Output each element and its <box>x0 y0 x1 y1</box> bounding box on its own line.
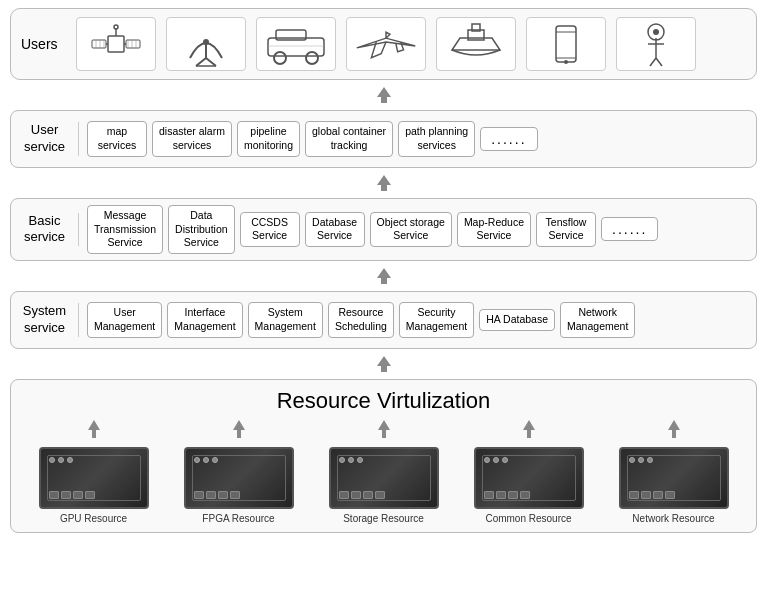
tensflow-box: TensflowService <box>536 212 596 247</box>
message-transmission-box: MessageTransmissionService <box>87 205 163 254</box>
svg-point-20 <box>274 52 286 64</box>
interface-management-box: InterfaceManagement <box>167 302 242 337</box>
network-label: Network Resource <box>632 513 714 524</box>
ha-database-box: HA Database <box>479 309 555 331</box>
phone-icon <box>526 17 606 71</box>
fpga-resource-item: FPGA Resource <box>184 420 294 524</box>
svg-marker-39 <box>88 420 100 430</box>
common-label: Common Resource <box>485 513 571 524</box>
basic-service-ellipsis: ...... <box>601 217 658 241</box>
common-box <box>474 447 584 509</box>
svg-marker-41 <box>233 420 245 430</box>
fpga-label: FPGA Resource <box>202 513 274 524</box>
svg-rect-48 <box>672 430 676 438</box>
map-reduce-box: Map-ReduceService <box>457 212 531 247</box>
storage-box <box>329 447 439 509</box>
gpu-box <box>39 447 149 509</box>
ship-icon <box>436 17 516 71</box>
network-management-box: NetworkManagement <box>560 302 635 337</box>
resource-virt-title: Resource Virtulization <box>277 388 491 414</box>
system-service-items: UserManagement InterfaceManagement Syste… <box>87 302 748 337</box>
svg-rect-0 <box>108 36 124 52</box>
user-service-items: mapservices disaster alarmservices pipel… <box>87 121 748 156</box>
svg-point-28 <box>564 60 568 64</box>
storage-label: Storage Resource <box>343 513 424 524</box>
vehicle-icon <box>256 17 336 71</box>
database-service-box: DatabaseService <box>305 212 365 247</box>
svg-rect-38 <box>381 366 387 372</box>
svg-point-17 <box>203 39 209 45</box>
basic-service-row: Basicservice MessageTransmissionService … <box>10 198 757 261</box>
security-management-box: SecurityManagement <box>399 302 474 337</box>
svg-line-14 <box>196 58 206 66</box>
storage-arrow <box>374 420 394 443</box>
users-label: Users <box>21 36 61 52</box>
user-service-ellipsis: ...... <box>480 127 537 151</box>
fpga-arrow <box>229 420 249 443</box>
system-service-label: Systemservice <box>19 303 79 337</box>
map-services-box: mapservices <box>87 121 147 156</box>
storage-resource-item: Storage Resource <box>329 420 439 524</box>
basic-service-items: MessageTransmissionService DataDistribut… <box>87 205 748 254</box>
svg-line-15 <box>206 58 216 66</box>
svg-marker-43 <box>378 420 390 430</box>
svg-rect-44 <box>382 430 386 438</box>
ccsds-box: CCSDSService <box>240 212 300 247</box>
user-service-label: Userservice <box>19 122 79 156</box>
svg-rect-34 <box>381 185 387 191</box>
diagram: Users <box>0 0 767 595</box>
svg-rect-36 <box>381 278 387 284</box>
svg-rect-46 <box>527 430 531 438</box>
fpga-box <box>184 447 294 509</box>
global-container-box: global containertracking <box>305 121 393 156</box>
svg-rect-40 <box>92 430 96 438</box>
disaster-alarm-box: disaster alarmservices <box>152 121 232 156</box>
svg-marker-47 <box>668 420 680 430</box>
path-planning-box: path planningservices <box>398 121 475 156</box>
arrow-basic-to-system <box>10 267 757 285</box>
plane-icon <box>346 17 426 71</box>
system-service-row: Systemservice UserManagement InterfaceMa… <box>10 291 757 349</box>
arrow-users-to-user-service <box>10 86 757 104</box>
svg-point-12 <box>114 25 118 29</box>
svg-rect-42 <box>237 430 241 438</box>
dish-icon <box>166 17 246 71</box>
arrow-system-to-resource <box>10 355 757 373</box>
resource-virtualization-section: Resource Virtulization <box>10 379 757 533</box>
object-storage-box: Object storageService <box>370 212 452 247</box>
svg-point-30 <box>653 29 659 35</box>
user-management-box: UserManagement <box>87 302 162 337</box>
svg-marker-35 <box>377 268 391 278</box>
resource-scheduling-box: ResourceScheduling <box>328 302 394 337</box>
gpu-arrow <box>84 420 104 443</box>
user-service-row: Userservice mapservices disaster alarmse… <box>10 110 757 168</box>
basic-service-label: Basicservice <box>19 213 79 247</box>
svg-marker-45 <box>523 420 535 430</box>
pipeline-monitoring-box: pipelinemonitoring <box>237 121 300 156</box>
svg-marker-33 <box>377 175 391 185</box>
network-resource-item: Network Resource <box>619 420 729 524</box>
system-management-box: SystemManagement <box>248 302 323 337</box>
common-resource-item: Common Resource <box>474 420 584 524</box>
common-arrow <box>519 420 539 443</box>
svg-rect-25 <box>556 26 576 62</box>
gpu-label: GPU Resource <box>60 513 127 524</box>
satellite-icon <box>76 17 156 71</box>
svg-rect-32 <box>381 97 387 103</box>
svg-point-21 <box>306 52 318 64</box>
hardware-row: GPU Resource <box>23 418 744 526</box>
data-distribution-box: DataDistributionService <box>168 205 235 254</box>
person-icon <box>616 17 696 71</box>
svg-marker-31 <box>377 87 391 97</box>
users-row: Users <box>10 8 757 80</box>
network-box <box>619 447 729 509</box>
svg-marker-37 <box>377 356 391 366</box>
arrow-user-to-basic <box>10 174 757 192</box>
gpu-resource-item: GPU Resource <box>39 420 149 524</box>
network-arrow <box>664 420 684 443</box>
